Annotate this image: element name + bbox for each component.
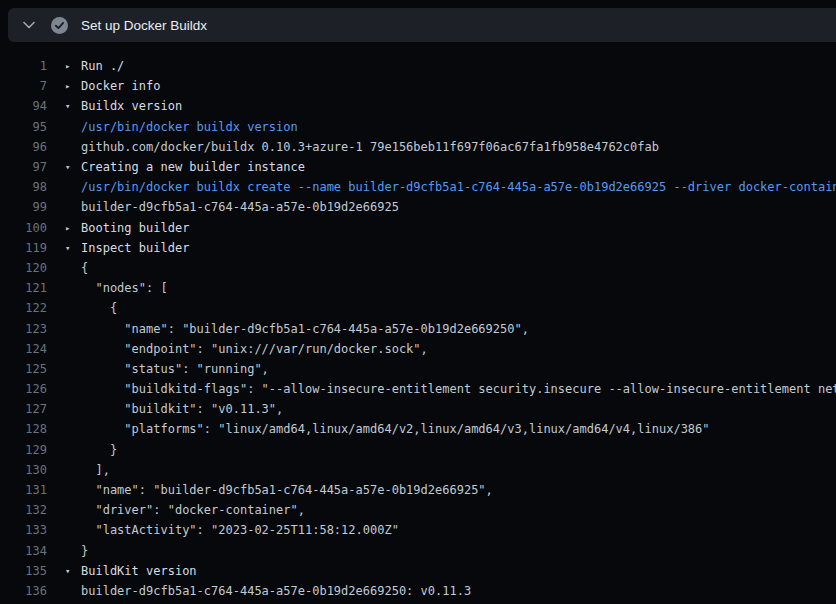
log-line: 95/usr/bin/docker buildx version [0,117,836,137]
line-number[interactable]: 95 [0,120,47,134]
log-line: 122 { [0,298,836,318]
line-number[interactable]: 121 [0,281,47,295]
line-number[interactable]: 124 [0,342,47,356]
line-number[interactable]: 1 [0,59,47,73]
step-title: Set up Docker Buildx [81,18,207,33]
log-group-line[interactable]: 97▾Creating a new builder instance [0,157,836,177]
output-text: "name": "builder-d9cfb5a1-c764-445a-a57e… [81,483,836,497]
group-title: Run ./ [81,59,836,73]
group-expanded-icon[interactable]: ▾ [47,238,81,258]
group-collapsed-icon[interactable]: ▸ [47,76,81,96]
log-line: 98/usr/bin/docker buildx create --name b… [0,177,836,197]
log-line: 130 ], [0,460,836,480]
line-number[interactable]: 99 [0,200,47,214]
output-text: "driver": "docker-container", [81,503,836,517]
log-line: 96github.com/docker/buildx 0.10.3+azure-… [0,137,836,157]
output-text: } [81,544,836,558]
log-line: 132 "driver": "docker-container", [0,500,836,520]
group-title: Booting builder [81,221,836,235]
output-text: github.com/docker/buildx 0.10.3+azure-1 … [81,140,836,154]
log-group-line[interactable]: 100▸Booting builder [0,218,836,238]
log-group-line[interactable]: 1▸Run ./ [0,56,836,76]
line-number[interactable]: 94 [0,99,47,113]
line-number[interactable]: 132 [0,503,47,517]
line-number[interactable]: 131 [0,483,47,497]
group-collapsed-icon[interactable]: ▸ [47,56,81,76]
line-number[interactable]: 122 [0,301,47,315]
log-line: 124 "endpoint": "unix:///var/run/docker.… [0,339,836,359]
output-text: "buildkitd-flags": "--allow-insecure-ent… [81,382,836,396]
line-number[interactable]: 96 [0,140,47,154]
log-line: 125 "status": "running", [0,359,836,379]
log-line: 133 "lastActivity": "2023-02-25T11:58:12… [0,520,836,540]
group-expanded-icon[interactable]: ▾ [47,561,81,581]
output-text: { [81,301,836,315]
output-text: } [81,443,836,457]
line-number[interactable]: 128 [0,422,47,436]
chevron-down-icon[interactable] [20,16,38,34]
command-text: /usr/bin/docker buildx version [81,120,836,134]
group-expanded-icon[interactable]: ▾ [47,157,81,177]
line-number[interactable]: 133 [0,523,47,537]
check-circle-icon [51,17,68,34]
group-title: Buildx version [81,99,836,113]
output-text: builder-d9cfb5a1-c764-445a-a57e-0b19d2e6… [81,584,836,598]
line-number[interactable]: 100 [0,221,47,235]
line-number[interactable]: 120 [0,261,47,275]
step-header[interactable]: Set up Docker Buildx [8,8,836,42]
output-text: ], [81,463,836,477]
log-group-line[interactable]: 135▾BuildKit version [0,561,836,581]
line-number[interactable]: 98 [0,180,47,194]
group-title: BuildKit version [81,564,836,578]
group-title: Creating a new builder instance [81,160,836,174]
log-group-line[interactable]: 94▾Buildx version [0,96,836,116]
line-number[interactable]: 129 [0,443,47,457]
output-text: "endpoint": "unix:///var/run/docker.sock… [81,342,836,356]
log-line: 136builder-d9cfb5a1-c764-445a-a57e-0b19d… [0,581,836,601]
line-number[interactable]: 125 [0,362,47,376]
output-text: "lastActivity": "2023-02-25T11:58:12.000… [81,523,836,537]
log-line: 126 "buildkitd-flags": "--allow-insecure… [0,379,836,399]
command-text: /usr/bin/docker buildx create --name bui… [81,180,836,194]
group-expanded-icon[interactable]: ▾ [47,96,81,116]
group-collapsed-icon[interactable]: ▸ [47,218,81,238]
output-text: { [81,261,836,275]
log-line: 134} [0,541,836,561]
line-number[interactable]: 7 [0,79,47,93]
group-title: Inspect builder [81,241,836,255]
log-group-line[interactable]: 119▾Inspect builder [0,238,836,258]
log-line: 128 "platforms": "linux/amd64,linux/amd6… [0,419,836,439]
log-line: 131 "name": "builder-d9cfb5a1-c764-445a-… [0,480,836,500]
output-text: "nodes": [ [81,281,836,295]
log-line: 127 "buildkit": "v0.11.3", [0,399,836,419]
line-number[interactable]: 126 [0,382,47,396]
log-line: 121 "nodes": [ [0,278,836,298]
line-number[interactable]: 127 [0,402,47,416]
line-number[interactable]: 123 [0,322,47,336]
log-line: 129 } [0,440,836,460]
line-number[interactable]: 97 [0,160,47,174]
output-text: builder-d9cfb5a1-c764-445a-a57e-0b19d2e6… [81,200,836,214]
line-number[interactable]: 136 [0,584,47,598]
log-line: 123 "name": "builder-d9cfb5a1-c764-445a-… [0,318,836,338]
line-number[interactable]: 135 [0,564,47,578]
output-text: "buildkit": "v0.11.3", [81,402,836,416]
log-group-line[interactable]: 7▸Docker info [0,76,836,96]
group-title: Docker info [81,79,836,93]
log-lines: 1▸Run ./7▸Docker info94▾Buildx version95… [0,42,836,604]
log-line: 120{ [0,258,836,278]
output-text: "platforms": "linux/amd64,linux/amd64/v2… [81,422,836,436]
line-number[interactable]: 130 [0,463,47,477]
output-text: "status": "running", [81,362,836,376]
log-line: 99builder-d9cfb5a1-c764-445a-a57e-0b19d2… [0,197,836,217]
line-number[interactable]: 119 [0,241,47,255]
output-text: "name": "builder-d9cfb5a1-c764-445a-a57e… [81,322,836,336]
line-number[interactable]: 134 [0,544,47,558]
